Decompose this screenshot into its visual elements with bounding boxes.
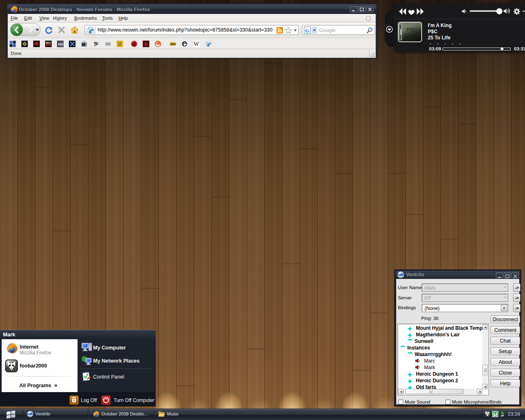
svg-text:IMDb: IMDb bbox=[170, 43, 176, 46]
svg-text:HD: HD bbox=[58, 42, 64, 46]
svg-text:9: 9 bbox=[94, 41, 97, 47]
svg-text:W: W bbox=[194, 41, 199, 47]
svg-text:G: G bbox=[305, 27, 309, 34]
svg-text:REV: REV bbox=[46, 41, 51, 45]
svg-text:GD: GD bbox=[106, 42, 111, 46]
svg-text:B: B bbox=[144, 41, 148, 47]
